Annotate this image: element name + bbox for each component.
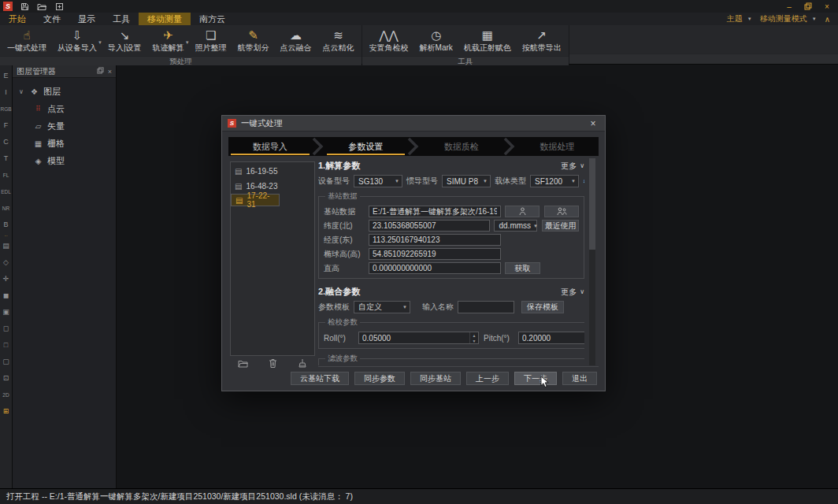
stamp-tool-icon[interactable]: ▤	[0, 238, 12, 254]
menu-item-mobile-survey[interactable]: 移动测量	[139, 13, 191, 25]
save-icon[interactable]	[19, 2, 30, 11]
layer-tree-root[interactable]: ∨ ❖ 图层	[17, 83, 116, 100]
one-click-process-button[interactable]: ☝ 一键式处理	[2, 26, 52, 55]
layer-item-raster[interactable]: ▦ 栅格	[17, 135, 116, 152]
pointcloud-fusion-button[interactable]: ☁ 点云融合	[275, 26, 317, 55]
pan-tool-icon[interactable]: ✛	[0, 271, 12, 287]
new-project-icon[interactable]	[54, 2, 65, 11]
longitude-input[interactable]	[369, 234, 501, 246]
solve-more-button[interactable]: 更多 ∨	[561, 161, 584, 172]
dialog-titlebar[interactable]: S 一键式处理 ×	[222, 116, 605, 132]
coord-format-select[interactable]: dd.mmss▼	[494, 220, 537, 232]
restore-button[interactable]	[800, 1, 816, 12]
layer-item-model[interactable]: ◈ 模型	[17, 152, 116, 169]
feature-display-icon[interactable]: F	[0, 117, 12, 133]
close-button[interactable]: ×	[819, 1, 835, 12]
export-by-strip-button[interactable]: ↗ 按航带导出	[517, 26, 567, 55]
float-panel-icon[interactable]	[97, 67, 104, 76]
menu-item-tools[interactable]: 工具	[104, 13, 139, 25]
step-data-check[interactable]: 数据质检	[420, 137, 503, 156]
params-scrollbar[interactable]	[589, 158, 595, 365]
menubar: 开始 文件 显示 工具 移动测量 南方云 主题▼ 移动测量模式▼ ∧	[0, 13, 838, 25]
fusion-more-button[interactable]: 更多 ∨	[561, 287, 584, 298]
broom-icon[interactable]	[298, 358, 307, 372]
ortho-colorize-button[interactable]: ▦ 机载正射赋色	[458, 26, 517, 55]
collapse-ribbon-button[interactable]: ∧	[825, 15, 830, 24]
focus-extent-icon[interactable]: ⊡	[0, 370, 12, 386]
layer-item-vector[interactable]: ▱ 矢量	[17, 117, 116, 135]
layer-item-pointcloud[interactable]: ⠿ 点云	[17, 100, 116, 117]
template-name-input[interactable]	[458, 301, 514, 313]
view-cube-front-icon[interactable]: ▣	[0, 304, 12, 320]
theme-dropdown[interactable]: 主题▼	[727, 13, 752, 24]
polygon-select-icon[interactable]: ◇	[0, 254, 12, 270]
list-item[interactable]: ▤ 16-19-55	[231, 164, 314, 179]
roll-stepper[interactable]: ▲▼	[358, 332, 479, 344]
file-list-toolbar	[230, 358, 315, 370]
scrollbar-thumb[interactable]	[589, 158, 595, 250]
minimize-button[interactable]: –	[781, 1, 797, 12]
single-point-button[interactable]	[505, 206, 540, 217]
sync-base-button[interactable]: 同步基站	[410, 372, 461, 385]
trash-icon[interactable]	[269, 358, 277, 372]
view-cube-wire1-icon[interactable]: ◻	[0, 321, 12, 336]
spinner-arrows-icon[interactable]: ▲▼	[469, 332, 478, 343]
view-cube-wire2-icon[interactable]: □	[0, 337, 12, 353]
param-template-select[interactable]: 自定义▼	[354, 301, 410, 313]
view-cube-wire3-icon[interactable]: ▢	[0, 354, 12, 369]
import-settings-button[interactable]: ↘ 导入|设置	[102, 26, 147, 55]
recent-used-button[interactable]: 最近使用	[542, 220, 579, 232]
dialog-title: 一键式处理	[241, 118, 283, 129]
time-display-icon[interactable]: T	[0, 150, 12, 166]
class-display-icon[interactable]: C	[0, 134, 12, 150]
flight-line-display-icon[interactable]: FL	[0, 167, 12, 183]
imu-model-select[interactable]: SIMU P8▼	[442, 175, 491, 187]
base-path-input[interactable]	[369, 206, 501, 217]
next-step-button[interactable]: 下一步	[514, 372, 557, 385]
edl-display-icon[interactable]: EDL	[0, 183, 12, 199]
list-item-selected[interactable]: ▤ 17-22-31	[231, 194, 280, 206]
step-data-import[interactable]: 数据导入	[228, 137, 312, 156]
pointcloud-refine-button[interactable]: ≋ 点云精化	[317, 26, 360, 55]
previous-step-button[interactable]: 上一步	[466, 372, 509, 385]
get-button[interactable]: 获取	[505, 262, 540, 274]
elevation-display-icon[interactable]: E	[0, 68, 12, 83]
collapse-arrow-icon[interactable]: ∨	[17, 88, 25, 95]
strip-split-button[interactable]: ✎ 航带划分	[232, 26, 275, 55]
trajectory-solve-button[interactable]: ✈ 轨迹解算 ▼	[147, 26, 190, 55]
blend-display-icon[interactable]: B	[0, 217, 12, 232]
view-cube-solid-icon[interactable]: ◼	[0, 287, 12, 303]
device-model-select[interactable]: SG130▼	[354, 175, 402, 187]
close-panel-icon[interactable]: ×	[108, 68, 112, 76]
pitch-stepper[interactable]: ▲▼	[518, 332, 584, 344]
latitude-input[interactable]	[369, 220, 490, 232]
exit-button[interactable]: 退出	[562, 372, 597, 385]
sync-params-button[interactable]: 同步参数	[354, 372, 405, 385]
dialog-close-icon[interactable]: ×	[587, 118, 599, 129]
add-view-icon[interactable]: ⊞	[0, 403, 12, 419]
return-number-display-icon[interactable]: NR	[0, 200, 12, 216]
folder-icon[interactable]	[238, 358, 248, 372]
direct-height-input[interactable]	[369, 262, 501, 274]
photo-organize-button[interactable]: ❏ 照片整理	[190, 26, 232, 55]
open-folder-icon[interactable]	[36, 2, 47, 11]
gear-icon[interactable]: ⚙	[583, 176, 584, 187]
carrier-type-select[interactable]: SF1200▼	[530, 175, 579, 187]
save-template-button[interactable]: 保存模板	[521, 301, 564, 313]
ellipsoid-height-input[interactable]	[369, 248, 501, 260]
menu-item-south-cloud[interactable]: 南方云	[191, 13, 234, 25]
step-parameter-settings[interactable]: 参数设置	[324, 137, 408, 156]
intensity-display-icon[interactable]: I	[0, 84, 12, 100]
menu-item-start[interactable]: 开始	[0, 13, 35, 25]
menu-item-display[interactable]: 显示	[69, 13, 104, 25]
import-from-device-button[interactable]: ⇩ 从设备导入 ▼	[52, 26, 102, 55]
menu-item-file[interactable]: 文件	[35, 13, 69, 25]
parse-mark-button[interactable]: ◷ 解析Mark	[414, 26, 458, 55]
step-data-process[interactable]: 数据处理	[516, 137, 599, 156]
multi-point-button[interactable]	[544, 206, 579, 217]
2d-view-icon[interactable]: 2D	[0, 387, 12, 402]
rgb-display-icon[interactable]: RGB	[0, 101, 12, 117]
mode-dropdown[interactable]: 移动测量模式▼	[760, 13, 817, 24]
cloud-base-download-button[interactable]: 云基站下载	[291, 372, 349, 385]
boresight-calibration-button[interactable]: ⋀⋀ 安置角检校	[364, 26, 414, 55]
